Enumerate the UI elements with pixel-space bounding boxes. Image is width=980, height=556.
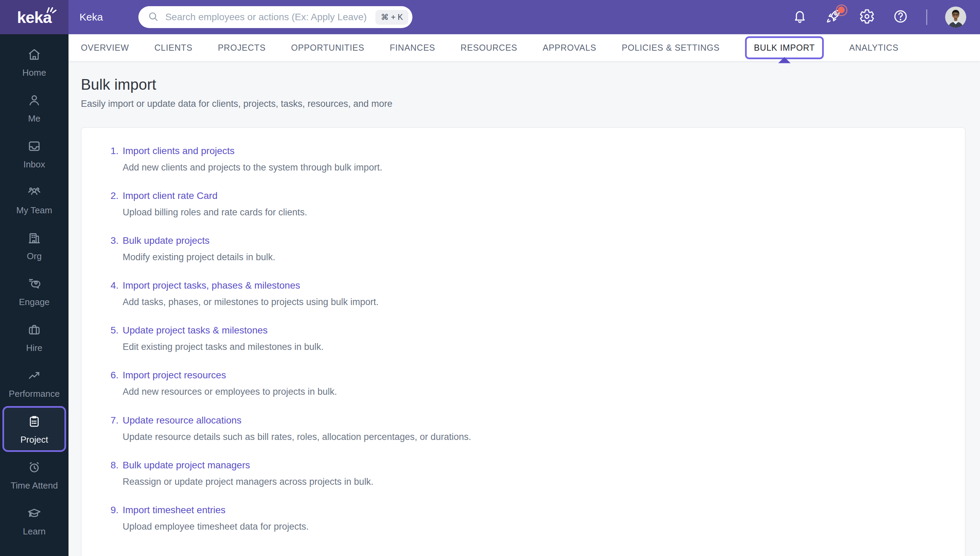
import-option-description: Reassign or update project managers acro… [123,476,944,488]
engage-icon [27,276,41,293]
trend-icon [27,369,41,384]
import-option-number: 5. [103,324,118,353]
sidebar-item-project[interactable]: Project [2,406,66,452]
sidebar-item-label: Time Attend [11,481,58,490]
sidebar-item-label: Learn [23,527,46,536]
notifications-button[interactable] [792,9,808,25]
tab-policies-settings[interactable]: POLICIES & SETTINGS [622,43,720,53]
sidebar-item-me[interactable]: Me [0,85,68,131]
home-icon [27,47,41,63]
sidebar-item-label: Hire [26,343,42,352]
tab-approvals[interactable]: APPROVALS [543,43,596,53]
import-option-description: Add tasks, phases, or milestones to proj… [123,296,944,308]
import-option-row: 6. Import project resources Add new reso… [103,369,944,398]
import-option-number: 8. [103,459,118,488]
tab-resources[interactable]: RESOURCES [461,43,518,53]
sidebar-item-engage[interactable]: Engage [0,268,68,314]
import-option-row: 2. Import client rate Card Upload billin… [103,190,944,218]
import-option-number: 6. [103,369,118,398]
tab-analytics[interactable]: ANALYTICS [849,43,899,53]
tab-bulk-import[interactable]: BULK IMPORT [754,43,815,53]
keka-logo[interactable]: keka [0,0,68,34]
top-bar: keka Keka ⌘ + K [0,0,980,34]
import-option-row: 1. Import clients and projects Add new c… [103,145,944,174]
import-option-number: 2. [103,190,118,218]
help-button[interactable] [893,9,909,25]
sidebar-item-performance[interactable]: Performance [0,360,68,406]
import-option-number: 9. [103,504,118,533]
import-option-row: 7. Update resource allocations Update re… [103,414,944,443]
sidebar-item-my-team[interactable]: My Team [0,177,68,223]
inbox-icon [27,139,41,155]
topbar-actions [792,6,980,28]
tour-caret [778,57,790,63]
sidebar-item-label: Org [27,252,41,260]
import-option-link[interactable]: Import client rate Card [123,190,217,202]
sidebar-item-label: Home [22,68,46,77]
settings-button[interactable] [859,9,875,25]
import-option-link[interactable]: Update resource allocations [123,414,241,426]
import-option-description: Modify existing project details in bulk. [123,251,944,263]
gear-icon [859,8,875,26]
search-icon [147,11,159,24]
briefcase-icon [27,323,41,338]
tab-finances[interactable]: FINANCES [390,43,436,53]
import-option-link[interactable]: Import project resources [123,369,226,381]
topbar-divider [926,9,927,25]
clock-icon [27,460,41,476]
import-option-link[interactable]: Import timesheet entries [123,504,225,516]
main-content: Bulk import Easily import or update data… [68,61,980,556]
import-option-description: Upload employee timesheet data for proje… [123,521,944,533]
import-option-link[interactable]: Update project tasks & milestones [123,324,267,336]
tab-overview[interactable]: OVERVIEW [81,43,129,53]
app-label: Keka [79,11,103,23]
clipboard-icon [27,414,41,430]
import-option-description: Edit existing project tasks and mileston… [123,341,944,353]
user-avatar[interactable] [945,6,966,28]
tab-opportunities[interactable]: OPPORTUNITIES [291,43,364,53]
search-input[interactable] [165,11,375,23]
help-icon [893,8,909,26]
sidebar-item-inbox[interactable]: Inbox [0,131,68,177]
tour-highlight-box: BULK IMPORT [745,36,824,59]
sidebar-item-label: Engage [19,297,50,306]
import-option-number: 7. [103,414,118,443]
logo-spark-icon [46,6,58,18]
import-option-row: 8. Bulk update project managers Reassign… [103,459,944,488]
sidebar-item-org[interactable]: Org [0,223,68,268]
import-option-description: Add new resources or employees to projec… [123,386,944,398]
sidebar-item-label: My Team [16,206,52,215]
sidebar-item-home[interactable]: Home [0,39,68,85]
notification-badge-dot [838,6,845,13]
page-title: Bulk import [81,76,965,93]
import-option-link[interactable]: Import project tasks, phases & milestone… [123,280,300,291]
building-icon [27,231,41,247]
import-option-row: 3. Bulk update projects Modify existing … [103,234,944,263]
import-option-number: 1. [103,145,118,174]
team-icon [27,185,41,200]
import-option-row: 5. Update project tasks & milestones Edi… [103,324,944,353]
import-option-link[interactable]: Import clients and projects [123,145,235,157]
import-option-number: 4. [103,280,118,308]
tab-clients[interactable]: CLIENTS [154,43,193,53]
global-search[interactable]: ⌘ + K [138,6,412,28]
sidebar-item-label: Performance [9,389,60,398]
whats-new-button[interactable] [826,9,841,25]
sidebar-item-label: Me [28,114,40,123]
sidebar-item-time-attend[interactable]: Time Attend [0,452,68,498]
module-tab-bar: OVERVIEW CLIENTS PROJECTS OPPORTUNITIES … [68,34,980,61]
tab-projects[interactable]: PROJECTS [218,43,266,53]
sidebar-item-hire[interactable]: Hire [0,314,68,360]
import-option-description: Add new clients and projects to the syst… [123,162,944,174]
import-option-link[interactable]: Bulk update projects [123,234,210,247]
sidebar-item-label: Project [21,435,48,444]
grad-cap-icon [27,506,41,522]
user-icon [27,93,41,109]
import-option-description: Upload billing roles and rate cards for … [123,207,944,218]
search-shortcut-badge: ⌘ + K [376,10,409,25]
bulk-import-card: 1. Import clients and projects Add new c… [81,127,965,556]
import-option-number: 3. [103,234,118,263]
import-option-link[interactable]: Bulk update project managers [123,459,250,471]
sidebar-item-learn[interactable]: Learn [0,498,68,544]
sidebar-item-label: Inbox [23,160,45,169]
